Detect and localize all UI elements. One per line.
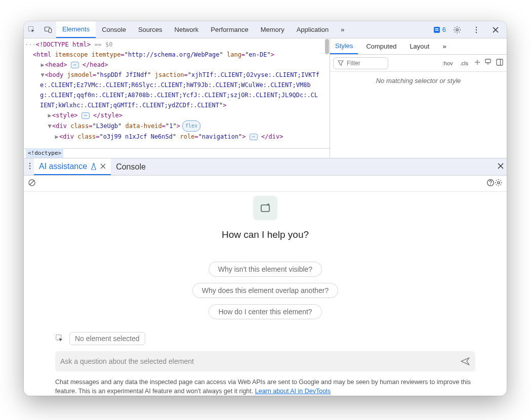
svg-rect-11 xyxy=(497,59,503,65)
ai-pane: How can I help you? Why isn't this eleme… xyxy=(24,176,507,396)
styles-filter-row: Filter :hov .cls xyxy=(330,55,507,72)
breadcrumb[interactable]: <!doctype> xyxy=(24,148,330,158)
doctype-node[interactable]: <!DOCTYPE html> xyxy=(36,41,91,48)
learn-link[interactable]: Learn about AI in DevTools xyxy=(255,388,331,395)
ai-bottom: No element selected Ask a question about… xyxy=(24,327,507,373)
pick-element-icon[interactable] xyxy=(55,334,64,343)
inspect-icon[interactable] xyxy=(25,23,39,37)
tab-console[interactable]: Console xyxy=(96,21,132,38)
drawer-tabs: AI assistance Console xyxy=(24,158,507,176)
body-node[interactable]: ▼<body jsmodel="hspDDf JfINdf" jsaction=… xyxy=(25,70,328,110)
svg-point-19 xyxy=(490,184,491,185)
flex-badge[interactable]: flex xyxy=(182,120,200,132)
ai-toolbar xyxy=(24,176,507,192)
close-icon[interactable] xyxy=(488,23,503,37)
hov-button[interactable]: :hov xyxy=(440,59,455,67)
tab-sources[interactable]: Sources xyxy=(132,21,169,38)
html-node[interactable]: <html itemscope itemtype="http://schema.… xyxy=(25,50,328,60)
main-tabs: Elements Console Sources Network Perform… xyxy=(56,21,433,38)
tab-more[interactable]: » xyxy=(437,38,451,54)
tab-more[interactable]: » xyxy=(335,21,350,38)
elements-tree[interactable]: ···<!DOCTYPE html> == $0 <html itemscope… xyxy=(24,38,330,158)
svg-rect-4 xyxy=(435,28,438,29)
chip-center[interactable]: How do I center this element? xyxy=(209,304,321,319)
svg-point-9 xyxy=(476,31,477,33)
ellipsis-icon[interactable]: ⋯ xyxy=(81,112,90,119)
sparkle-icon xyxy=(253,196,277,220)
kebab-icon[interactable] xyxy=(469,23,483,37)
cls-button[interactable]: .cls xyxy=(458,59,471,67)
help-icon[interactable] xyxy=(486,179,495,189)
svg-point-13 xyxy=(29,162,30,163)
no-styles-msg: No matching selector or style xyxy=(330,72,507,90)
svg-rect-2 xyxy=(49,28,52,32)
devtools-window: Elements Console Sources Network Perform… xyxy=(24,21,507,396)
ellipsis-icon[interactable]: ⋯ xyxy=(71,62,79,68)
svg-point-20 xyxy=(498,181,500,183)
issues-count: 6 xyxy=(442,26,446,33)
svg-point-7 xyxy=(476,26,477,28)
no-element-pill[interactable]: No element selected xyxy=(69,332,145,345)
head-node[interactable]: ▶<head> ⋯ </head> xyxy=(25,60,328,70)
ai-settings-icon[interactable] xyxy=(495,179,503,189)
div-node-1[interactable]: ▼<div class="L3eUgb" data-hveid="1">flex xyxy=(25,120,328,132)
svg-point-15 xyxy=(29,167,30,169)
send-icon[interactable] xyxy=(460,356,470,366)
svg-rect-10 xyxy=(485,59,491,63)
style-node[interactable]: ▶<style> ⋯ </style> xyxy=(25,110,328,120)
div-node-2[interactable]: ▶<div class="o3j99 n1xJcf Ne6nSd" role="… xyxy=(25,132,328,142)
ai-body: How can I help you? Why isn't this eleme… xyxy=(24,192,507,327)
chip-visibility[interactable]: Why isn't this element visible? xyxy=(209,262,322,277)
elements-split: ···<!DOCTYPE html> == $0 <html itemscope… xyxy=(24,38,507,158)
svg-point-14 xyxy=(29,165,30,166)
ai-disclaimer: Chat messages and any data the inspected… xyxy=(24,373,507,396)
svg-rect-5 xyxy=(435,30,438,31)
close-tab-icon[interactable] xyxy=(100,163,106,169)
main-toolbar: Elements Console Sources Network Perform… xyxy=(24,21,507,38)
flask-icon xyxy=(90,163,97,170)
filter-icon xyxy=(338,60,344,66)
tab-elements[interactable]: Elements xyxy=(56,21,96,38)
device-toggle-icon[interactable] xyxy=(41,23,55,37)
tab-styles[interactable]: Styles xyxy=(330,38,358,54)
svg-point-8 xyxy=(476,29,477,30)
tab-network[interactable]: Network xyxy=(169,21,205,38)
svg-point-6 xyxy=(456,28,458,30)
tab-drawer-console[interactable]: Console xyxy=(111,158,151,175)
paint-icon[interactable] xyxy=(484,58,493,68)
panel-icon[interactable] xyxy=(496,58,504,68)
close-drawer-icon[interactable] xyxy=(497,162,505,172)
svg-line-17 xyxy=(30,180,34,185)
ai-input[interactable]: Ask a question about the selected elemen… xyxy=(55,351,475,371)
tab-application[interactable]: Application xyxy=(291,21,335,38)
tab-layout[interactable]: Layout xyxy=(404,38,434,54)
filter-input[interactable]: Filter xyxy=(333,57,388,69)
ai-headline: How can I help you? xyxy=(222,229,309,240)
drawer-kebab-icon[interactable] xyxy=(26,162,34,172)
styles-sidebar: Styles Computed Layout » Filter :hov .cl… xyxy=(330,38,507,158)
chip-overlap[interactable]: Why does this element overlap another? xyxy=(192,283,339,298)
scrollbar[interactable] xyxy=(324,38,330,158)
ellipsis-icon[interactable]: ⋯ xyxy=(250,134,258,140)
settings-icon[interactable] xyxy=(450,23,464,37)
new-style-icon[interactable] xyxy=(473,58,481,68)
tab-memory[interactable]: Memory xyxy=(255,21,291,38)
ai-suggestions: Why isn't this element visible? Why does… xyxy=(192,262,339,319)
block-icon[interactable] xyxy=(28,179,36,189)
issues-badge[interactable]: 6 xyxy=(433,26,446,33)
tab-ai-assistance[interactable]: AI assistance xyxy=(34,158,111,175)
styles-tabs: Styles Computed Layout » xyxy=(330,38,507,55)
svg-rect-21 xyxy=(261,205,269,212)
tab-computed[interactable]: Computed xyxy=(361,38,401,54)
tab-performance[interactable]: Performance xyxy=(205,21,254,38)
